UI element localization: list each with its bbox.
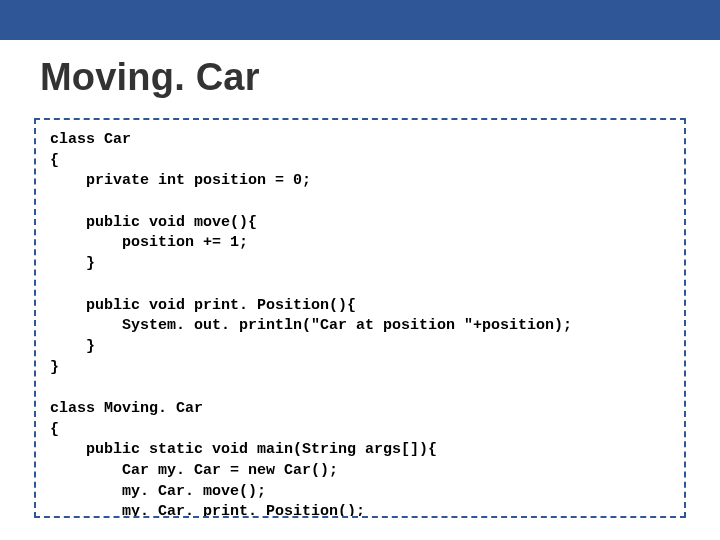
code-box: class Car { private int position = 0; pu… [34, 118, 686, 518]
slide-title: Moving. Car [40, 56, 260, 99]
title-bar [0, 0, 720, 40]
slide: Moving. Car class Car { private int posi… [0, 0, 720, 540]
code-listing: class Car { private int position = 0; pu… [50, 130, 670, 518]
